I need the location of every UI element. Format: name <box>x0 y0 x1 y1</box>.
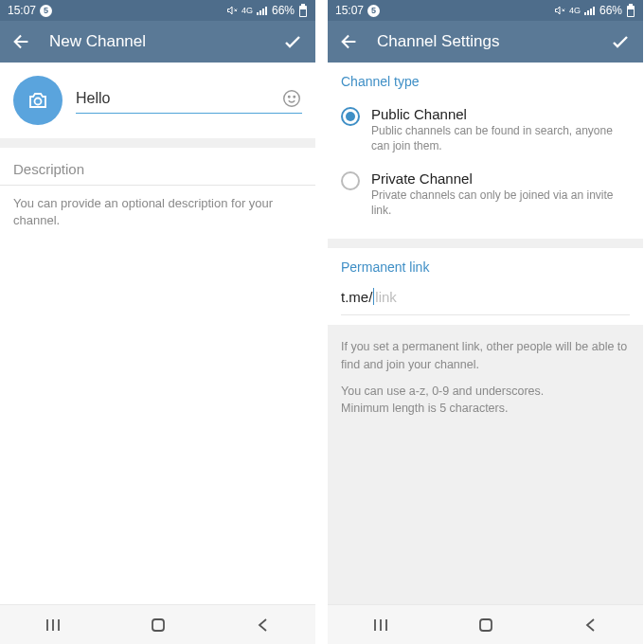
description-hint: You can provide an optional description … <box>0 186 315 239</box>
svg-rect-3 <box>265 7 267 15</box>
home-button[interactable] <box>476 616 495 635</box>
link-placeholder: link <box>375 289 397 305</box>
permanent-link-input[interactable]: t.me/ link <box>341 286 630 315</box>
link-info-text: If you set a permanent link, other peopl… <box>328 325 643 430</box>
channel-type-title: Channel type <box>341 74 630 89</box>
permanent-link-title: Permanent link <box>341 259 630 275</box>
status-time: 15:07 <box>8 4 36 17</box>
public-channel-option[interactable]: Public Channel Public channels can be fo… <box>341 100 630 165</box>
text-cursor <box>373 288 374 305</box>
page-title: Channel Settings <box>377 32 592 51</box>
back-button[interactable] <box>254 616 273 635</box>
svg-rect-0 <box>257 12 259 15</box>
content-area: Channel type Public Channel Public chann… <box>328 63 643 604</box>
new-channel-screen: 15:07 5 4G 66% New Channel <box>0 0 315 644</box>
svg-point-8 <box>284 90 300 106</box>
page-title: New Channel <box>49 32 264 51</box>
status-notification-badge: 5 <box>367 5 380 17</box>
radio-selected-icon <box>341 107 360 126</box>
camera-icon <box>27 89 49 112</box>
network-icon: 4G <box>569 6 581 15</box>
private-channel-desc: Private channels can only be joined via … <box>371 188 630 218</box>
channel-type-section: Channel type Public Channel Public chann… <box>328 63 643 239</box>
recents-button[interactable] <box>371 617 390 634</box>
svg-rect-6 <box>300 9 306 16</box>
app-bar: New Channel <box>0 21 315 63</box>
svg-point-10 <box>294 96 295 97</box>
svg-rect-15 <box>584 12 586 15</box>
back-button[interactable] <box>581 616 600 635</box>
battery-text: 66% <box>272 4 295 17</box>
confirm-icon[interactable] <box>609 30 632 53</box>
svg-rect-2 <box>262 9 264 15</box>
signal-icon <box>257 6 268 15</box>
private-channel-option[interactable]: Private Channel Private channels can onl… <box>341 165 630 229</box>
mute-icon <box>226 5 238 16</box>
svg-rect-21 <box>628 9 634 16</box>
svg-rect-4 <box>301 4 305 6</box>
public-channel-desc: Public channels can be found in search, … <box>371 124 630 153</box>
battery-icon <box>626 4 635 17</box>
svg-rect-14 <box>152 619 164 631</box>
recents-button[interactable] <box>44 617 63 634</box>
svg-rect-19 <box>629 4 633 6</box>
link-prefix: t.me/ <box>341 289 372 305</box>
status-time: 15:07 <box>335 4 364 17</box>
description-label[interactable]: Description <box>0 148 315 186</box>
content-area: Description You can provide an optional … <box>0 63 315 604</box>
system-nav-bar <box>328 604 643 644</box>
emoji-icon[interactable] <box>281 88 302 109</box>
signal-icon <box>584 6 596 15</box>
status-bar: 15:07 5 4G 66% <box>328 0 643 21</box>
back-icon[interactable] <box>339 31 360 52</box>
back-icon[interactable] <box>11 31 32 52</box>
battery-icon <box>298 4 308 17</box>
channel-settings-screen: 15:07 5 4G 66% Channel Settings Cha <box>328 0 643 644</box>
svg-rect-16 <box>587 10 589 15</box>
network-icon: 4G <box>242 6 253 15</box>
permanent-link-section: Permanent link t.me/ link <box>328 248 643 325</box>
svg-rect-18 <box>593 7 595 15</box>
radio-unselected-icon <box>341 171 360 190</box>
svg-point-9 <box>289 96 290 97</box>
home-button[interactable] <box>149 616 168 635</box>
private-channel-label: Private Channel <box>371 170 630 187</box>
mute-icon <box>554 5 565 16</box>
svg-rect-17 <box>590 9 592 15</box>
system-nav-bar <box>0 604 315 644</box>
confirm-icon[interactable] <box>281 30 304 53</box>
app-bar: Channel Settings <box>328 21 643 63</box>
svg-rect-1 <box>259 10 261 15</box>
public-channel-label: Public Channel <box>371 106 630 122</box>
svg-point-7 <box>35 98 42 105</box>
status-notification-badge: 5 <box>40 5 52 17</box>
channel-photo-button[interactable] <box>13 76 63 125</box>
status-bar: 15:07 5 4G 66% <box>0 0 315 21</box>
channel-name-input[interactable] <box>76 90 281 107</box>
battery-text: 66% <box>599 4 622 17</box>
svg-rect-25 <box>480 619 492 631</box>
